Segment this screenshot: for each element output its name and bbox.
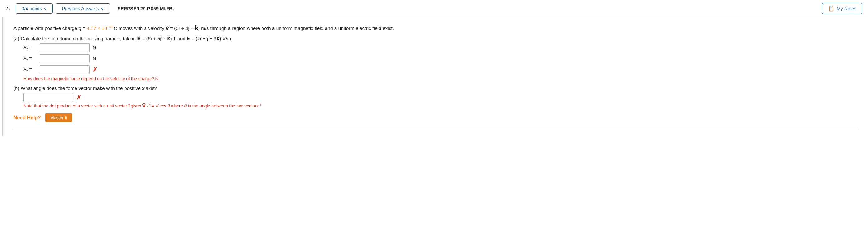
content-area: A particle with positive charge q = 4.17… [2,18,868,135]
my-notes-label: My Notes [837,6,857,11]
points-label: 0/4 points [22,6,42,11]
fx-unit: N [93,45,96,50]
need-help-row: Need Help? Master It [13,113,858,122]
fz-row: Fz = ✗ [23,65,858,74]
fx-input[interactable] [40,43,90,52]
problem-id: SERPSE9 29.P.059.MI.FB. [117,6,174,11]
part-a-hint: How does the magnetic force depend on th… [23,76,858,81]
part-a-section: (a) Calculate the total force on the mov… [13,36,858,81]
master-it-button[interactable]: Master It [45,113,72,122]
fy-label: Fy = [23,56,38,62]
fy-unit: N [93,56,96,61]
header-bar: 7. 0/4 points Previous Answers SERPSE9 2… [0,0,868,18]
part-b-input-row: ✗ [23,93,858,102]
page-wrapper: 7. 0/4 points Previous Answers SERPSE9 2… [0,0,868,243]
notes-icon: 📋 [828,6,834,11]
part-b-label: (b) What angle does the force vector mak… [13,86,858,91]
my-notes-button[interactable]: 📋 My Notes [822,3,862,14]
part-b-hint: Note that the dot product of a vector wi… [23,103,858,109]
points-chevron-icon [44,6,47,11]
problem-statement: A particle with positive charge q = 4.17… [13,24,858,33]
fz-input[interactable] [40,65,90,74]
prev-answers-chevron-icon [101,6,104,11]
fz-label: Fz = [23,66,38,73]
question-number: 7. [6,6,10,12]
need-help-label: Need Help? [13,115,41,121]
fy-row: Fy = N [23,54,858,63]
part-a-label: (a) Calculate the total force on the mov… [13,36,858,41]
fy-input[interactable] [40,54,90,63]
fx-label: Fx = [23,45,38,51]
previous-answers-label: Previous Answers [62,6,99,11]
angle-input[interactable] [23,93,73,102]
fx-row: Fx = N [23,43,858,52]
previous-answers-button[interactable]: Previous Answers [56,3,110,14]
fz-error-icon: ✗ [93,66,97,73]
points-button[interactable]: 0/4 points [16,3,53,14]
charge-value: 4.17 × 10−18 [87,26,112,31]
bottom-divider [13,128,858,128]
master-it-label: Master It [50,115,67,120]
part-b-section: (b) What angle does the force vector mak… [13,86,858,109]
angle-error-icon: ✗ [76,94,81,101]
